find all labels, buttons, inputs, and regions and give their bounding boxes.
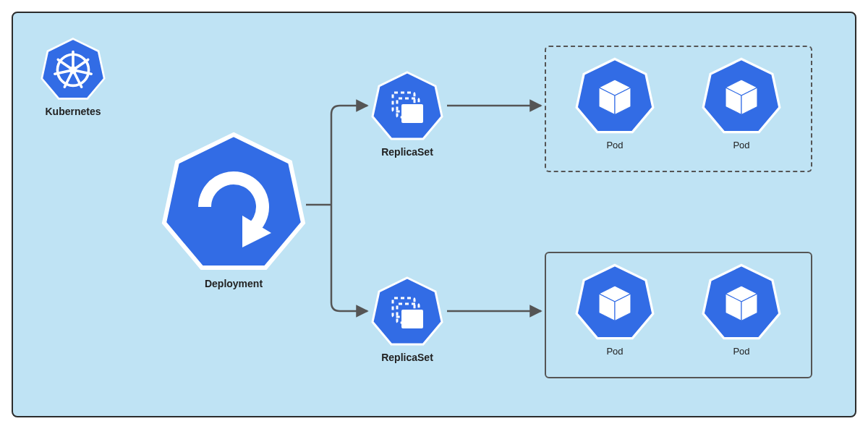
- pod-top-2-label: Pod: [702, 140, 781, 150]
- pod-top-2-node: Pod: [702, 56, 781, 150]
- replicaset-bottom-label: ReplicaSet: [371, 352, 443, 363]
- deployment-label: Deployment: [161, 278, 306, 289]
- pod-bottom-2-label: Pod: [702, 346, 781, 357]
- kubernetes-label: Kubernetes: [41, 106, 106, 117]
- replicaset-top-node: ReplicaSet: [371, 69, 443, 158]
- svg-rect-19: [401, 310, 423, 328]
- pod-group-top: Pod Pod: [545, 46, 812, 172]
- pod-icon: [575, 56, 655, 135]
- kubernetes-logo-icon: [41, 36, 106, 101]
- pod-top-1-label: Pod: [575, 140, 655, 150]
- pod-icon: [702, 56, 781, 135]
- pod-icon: [575, 262, 655, 341]
- diagram-canvas: Kubernetes Deployment ReplicaSet: [12, 12, 856, 417]
- pod-bottom-1-node: Pod: [575, 262, 655, 357]
- svg-rect-15: [401, 104, 423, 123]
- svg-marker-10: [164, 135, 303, 268]
- pod-group-bottom: Pod Pod: [545, 252, 812, 378]
- replicaset-top-label: ReplicaSet: [371, 146, 443, 158]
- replicaset-bottom-node: ReplicaSet: [371, 275, 443, 363]
- pod-icon: [702, 262, 781, 341]
- pod-bottom-1-label: Pod: [575, 346, 655, 357]
- replicaset-icon: [371, 69, 443, 142]
- deployment-icon: [161, 129, 306, 273]
- kubernetes-logo-node: Kubernetes: [41, 36, 106, 117]
- pod-bottom-2-node: Pod: [702, 262, 781, 357]
- pod-top-1-node: Pod: [575, 56, 655, 150]
- replicaset-icon: [371, 275, 443, 347]
- deployment-node: Deployment: [161, 129, 306, 289]
